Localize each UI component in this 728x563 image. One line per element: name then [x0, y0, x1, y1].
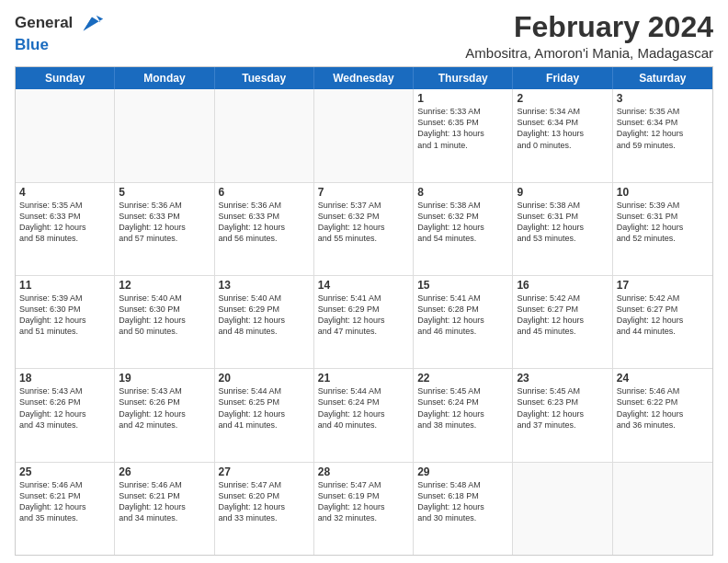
day-number: 8	[417, 186, 508, 199]
day-info: Sunrise: 5:40 AM Sunset: 6:29 PM Dayligh…	[219, 293, 310, 338]
day-number: 28	[318, 465, 409, 478]
day-cell-13: 13Sunrise: 5:40 AM Sunset: 6:29 PM Dayli…	[215, 276, 314, 368]
day-info: Sunrise: 5:39 AM Sunset: 6:31 PM Dayligh…	[617, 200, 709, 245]
day-cell-27: 27Sunrise: 5:47 AM Sunset: 6:20 PM Dayli…	[215, 463, 314, 555]
calendar-row-3: 18Sunrise: 5:43 AM Sunset: 6:26 PM Dayli…	[16, 368, 712, 461]
day-cell-5: 5Sunrise: 5:36 AM Sunset: 6:33 PM Daylig…	[115, 183, 214, 275]
day-number: 16	[517, 279, 608, 292]
day-number: 22	[417, 372, 508, 385]
header-day-sunday: Sunday	[16, 67, 115, 89]
day-number: 15	[417, 279, 508, 292]
day-info: Sunrise: 5:47 AM Sunset: 6:20 PM Dayligh…	[219, 479, 310, 524]
day-number: 5	[119, 186, 210, 199]
day-info: Sunrise: 5:44 AM Sunset: 6:25 PM Dayligh…	[219, 385, 310, 431]
day-number: 11	[19, 279, 110, 292]
empty-cell	[314, 89, 414, 181]
day-cell-24: 24Sunrise: 5:46 AM Sunset: 6:22 PM Dayli…	[613, 369, 712, 461]
day-info: Sunrise: 5:46 AM Sunset: 6:21 PM Dayligh…	[119, 479, 210, 524]
calendar-row-4: 25Sunrise: 5:46 AM Sunset: 6:21 PM Dayli…	[16, 462, 712, 555]
day-info: Sunrise: 5:43 AM Sunset: 6:26 PM Dayligh…	[19, 385, 110, 431]
day-number: 9	[517, 186, 608, 199]
day-cell-12: 12Sunrise: 5:40 AM Sunset: 6:30 PM Dayli…	[115, 276, 214, 368]
day-info: Sunrise: 5:35 AM Sunset: 6:34 PM Dayligh…	[617, 106, 709, 151]
day-cell-17: 17Sunrise: 5:42 AM Sunset: 6:27 PM Dayli…	[613, 276, 712, 368]
day-cell-14: 14Sunrise: 5:41 AM Sunset: 6:29 PM Dayli…	[314, 276, 414, 368]
day-number: 17	[617, 279, 709, 292]
calendar: SundayMondayTuesdayWednesdayThursdayFrid…	[15, 66, 713, 556]
day-cell-4: 4Sunrise: 5:35 AM Sunset: 6:33 PM Daylig…	[16, 183, 115, 275]
day-number: 24	[617, 372, 709, 385]
day-cell-1: 1Sunrise: 5:33 AM Sunset: 6:35 PM Daylig…	[414, 89, 513, 181]
day-cell-2: 2Sunrise: 5:34 AM Sunset: 6:34 PM Daylig…	[513, 89, 612, 181]
day-info: Sunrise: 5:44 AM Sunset: 6:24 PM Dayligh…	[318, 385, 409, 431]
day-info: Sunrise: 5:43 AM Sunset: 6:26 PM Dayligh…	[119, 385, 210, 431]
day-cell-7: 7Sunrise: 5:37 AM Sunset: 6:32 PM Daylig…	[314, 183, 414, 275]
day-number: 6	[219, 186, 310, 199]
day-cell-11: 11Sunrise: 5:39 AM Sunset: 6:30 PM Dayli…	[16, 276, 115, 368]
main-title: February 2024	[465, 11, 713, 43]
header-day-friday: Friday	[513, 67, 612, 89]
day-cell-9: 9Sunrise: 5:38 AM Sunset: 6:31 PM Daylig…	[513, 183, 612, 275]
day-cell-15: 15Sunrise: 5:41 AM Sunset: 6:28 PM Dayli…	[414, 276, 513, 368]
calendar-body: 1Sunrise: 5:33 AM Sunset: 6:35 PM Daylig…	[16, 89, 712, 555]
day-cell-8: 8Sunrise: 5:38 AM Sunset: 6:32 PM Daylig…	[414, 183, 513, 275]
day-cell-22: 22Sunrise: 5:45 AM Sunset: 6:24 PM Dayli…	[414, 369, 513, 461]
day-cell-19: 19Sunrise: 5:43 AM Sunset: 6:26 PM Dayli…	[115, 369, 214, 461]
day-info: Sunrise: 5:38 AM Sunset: 6:31 PM Dayligh…	[517, 200, 608, 245]
title-block: February 2024 Ambositra, Amoron'i Mania,…	[465, 11, 713, 61]
logo-bird-icon	[79, 11, 105, 37]
day-number: 23	[517, 372, 608, 385]
page: General Blue February 2024 Ambositra, Am…	[0, 0, 728, 563]
day-number: 19	[119, 372, 210, 385]
day-number: 2	[517, 92, 608, 105]
logo: General Blue	[15, 11, 105, 54]
day-info: Sunrise: 5:38 AM Sunset: 6:32 PM Dayligh…	[417, 200, 508, 245]
day-cell-20: 20Sunrise: 5:44 AM Sunset: 6:25 PM Dayli…	[215, 369, 314, 461]
day-info: Sunrise: 5:42 AM Sunset: 6:27 PM Dayligh…	[617, 293, 709, 338]
day-number: 10	[617, 186, 709, 199]
day-info: Sunrise: 5:47 AM Sunset: 6:19 PM Dayligh…	[318, 479, 409, 524]
header-day-tuesday: Tuesday	[215, 67, 314, 89]
empty-cell	[613, 463, 712, 555]
day-info: Sunrise: 5:46 AM Sunset: 6:22 PM Dayligh…	[617, 385, 709, 431]
day-cell-26: 26Sunrise: 5:46 AM Sunset: 6:21 PM Dayli…	[115, 463, 214, 555]
day-number: 14	[318, 279, 409, 292]
day-number: 1	[417, 92, 508, 105]
day-number: 25	[19, 465, 110, 478]
day-info: Sunrise: 5:34 AM Sunset: 6:34 PM Dayligh…	[517, 106, 608, 151]
day-info: Sunrise: 5:48 AM Sunset: 6:18 PM Dayligh…	[417, 479, 508, 524]
day-cell-3: 3Sunrise: 5:35 AM Sunset: 6:34 PM Daylig…	[613, 89, 712, 181]
day-info: Sunrise: 5:37 AM Sunset: 6:32 PM Dayligh…	[318, 200, 409, 245]
subtitle: Ambositra, Amoron'i Mania, Madagascar	[465, 45, 713, 61]
calendar-row-2: 11Sunrise: 5:39 AM Sunset: 6:30 PM Dayli…	[16, 275, 712, 368]
day-number: 4	[19, 186, 110, 199]
day-cell-6: 6Sunrise: 5:36 AM Sunset: 6:33 PM Daylig…	[215, 183, 314, 275]
day-info: Sunrise: 5:42 AM Sunset: 6:27 PM Dayligh…	[517, 293, 608, 338]
calendar-row-0: 1Sunrise: 5:33 AM Sunset: 6:35 PM Daylig…	[16, 89, 712, 181]
day-info: Sunrise: 5:45 AM Sunset: 6:24 PM Dayligh…	[417, 385, 508, 431]
day-number: 12	[119, 279, 210, 292]
header-day-wednesday: Wednesday	[314, 67, 414, 89]
day-info: Sunrise: 5:41 AM Sunset: 6:28 PM Dayligh…	[417, 293, 508, 338]
day-cell-29: 29Sunrise: 5:48 AM Sunset: 6:18 PM Dayli…	[414, 463, 513, 555]
day-info: Sunrise: 5:36 AM Sunset: 6:33 PM Dayligh…	[119, 200, 210, 245]
day-number: 27	[219, 465, 310, 478]
day-info: Sunrise: 5:35 AM Sunset: 6:33 PM Dayligh…	[19, 200, 110, 245]
day-info: Sunrise: 5:46 AM Sunset: 6:21 PM Dayligh…	[19, 479, 110, 524]
empty-cell	[215, 89, 314, 181]
calendar-row-1: 4Sunrise: 5:35 AM Sunset: 6:33 PM Daylig…	[16, 182, 712, 275]
day-cell-25: 25Sunrise: 5:46 AM Sunset: 6:21 PM Dayli…	[16, 463, 115, 555]
day-number: 20	[219, 372, 310, 385]
day-info: Sunrise: 5:45 AM Sunset: 6:23 PM Dayligh…	[517, 385, 608, 431]
header-day-monday: Monday	[115, 67, 214, 89]
day-number: 21	[318, 372, 409, 385]
day-cell-16: 16Sunrise: 5:42 AM Sunset: 6:27 PM Dayli…	[513, 276, 612, 368]
day-cell-10: 10Sunrise: 5:39 AM Sunset: 6:31 PM Dayli…	[613, 183, 712, 275]
day-cell-21: 21Sunrise: 5:44 AM Sunset: 6:24 PM Dayli…	[314, 369, 414, 461]
day-info: Sunrise: 5:40 AM Sunset: 6:30 PM Dayligh…	[119, 293, 210, 338]
calendar-header: SundayMondayTuesdayWednesdayThursdayFrid…	[16, 67, 712, 89]
empty-cell	[513, 463, 612, 555]
empty-cell	[115, 89, 214, 181]
logo-general: General	[15, 11, 105, 37]
day-cell-23: 23Sunrise: 5:45 AM Sunset: 6:23 PM Dayli…	[513, 369, 612, 461]
